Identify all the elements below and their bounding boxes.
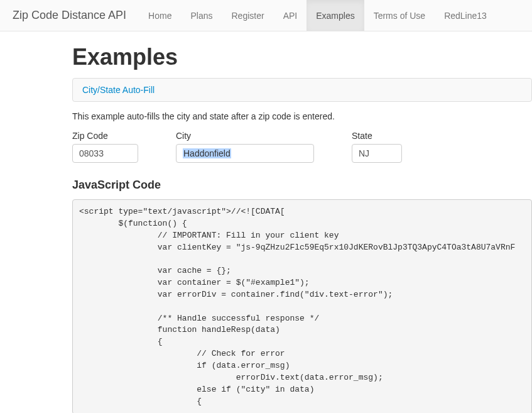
navbar-brand[interactable]: Zip Code Distance API — [13, 9, 139, 22]
state-label: State — [352, 131, 402, 141]
form-row: Zip Code City Haddonfield State — [72, 131, 532, 163]
code-block: <script type="text/javascript">//<![CDAT… — [72, 199, 532, 413]
zip-label: Zip Code — [72, 131, 138, 141]
nav-home[interactable]: Home — [139, 0, 181, 31]
form-group-state: State — [352, 131, 402, 163]
zip-input[interactable] — [72, 144, 138, 163]
state-input[interactable] — [352, 144, 402, 163]
example-panel: City/State Auto-Fill — [72, 78, 532, 102]
form-group-city: City Haddonfield — [176, 131, 314, 163]
nav-plans[interactable]: Plans — [181, 0, 222, 31]
nav-terms[interactable]: Terms of Use — [364, 0, 435, 31]
form-group-zip: Zip Code — [72, 131, 138, 163]
main-container: Examples City/State Auto-Fill This examp… — [0, 31, 532, 413]
nav-register[interactable]: Register — [222, 0, 273, 31]
page-title: Examples — [72, 44, 532, 70]
nav-redline[interactable]: RedLine13 — [435, 0, 496, 31]
nav-api[interactable]: API — [274, 0, 307, 31]
city-value-highlight: Haddonfield — [183, 148, 231, 158]
panel-link-autofill[interactable]: City/State Auto-Fill — [82, 85, 155, 95]
nav-items: Home Plans Register API Examples Terms o… — [139, 0, 496, 31]
code-heading: JavaScript Code — [72, 179, 532, 192]
city-input[interactable]: Haddonfield — [176, 144, 314, 163]
nav-examples[interactable]: Examples — [307, 0, 364, 31]
city-label: City — [176, 131, 314, 141]
example-description: This example auto-fills the city and sta… — [72, 111, 532, 121]
navbar: Zip Code Distance API Home Plans Registe… — [0, 0, 532, 31]
